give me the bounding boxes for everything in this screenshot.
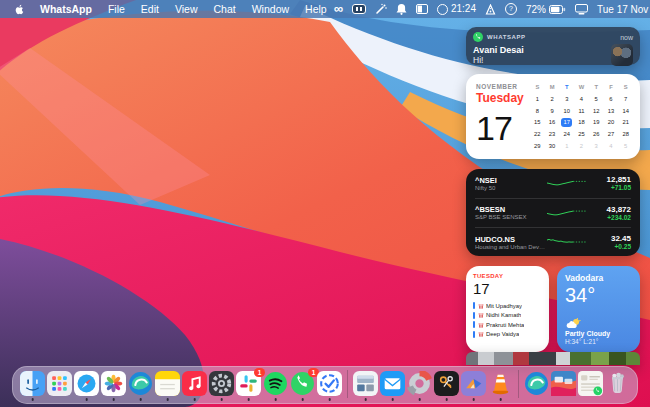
menu-item-chat[interactable]: Chat — [207, 3, 243, 15]
dock-item-daisydisk[interactable] — [407, 371, 432, 396]
dock-item-music[interactable] — [182, 371, 207, 396]
battery-percent: 72% — [526, 4, 546, 15]
dock-item-origami-app[interactable] — [461, 371, 486, 396]
calendar-date-cell: 1 — [561, 142, 572, 151]
timer-status[interactable]: 21:24 — [437, 4, 476, 15]
dock-item-notes[interactable] — [155, 371, 180, 396]
dock-item-photos-folder[interactable] — [353, 371, 378, 396]
calendar-date-cell: 30 — [547, 142, 558, 151]
wand-status-icon[interactable] — [375, 3, 387, 15]
menu-bar: WhatsAppFileEditViewChatWindowHelp ∞ 21:… — [0, 0, 650, 18]
calendar-day-header: T — [591, 83, 602, 92]
dock-item-keychain[interactable] — [434, 371, 459, 396]
event-row[interactable]: Prakruti Mehta — [473, 321, 542, 328]
infinity-status-icon[interactable]: ∞ — [334, 1, 343, 17]
dock-item-trash[interactable] — [605, 371, 630, 396]
split-view-status-icon[interactable] — [416, 4, 428, 14]
timer-ring-icon — [437, 4, 448, 15]
stock-value: 43,872 — [587, 205, 631, 214]
dock-item-system-preferences[interactable] — [209, 371, 234, 396]
dock-item-safari[interactable] — [74, 371, 99, 396]
running-indicator — [364, 398, 367, 401]
notification-message: Hi! — [473, 55, 611, 65]
calendar-date-cell: 21 — [620, 118, 631, 127]
calendar-today-cell: 17 — [561, 118, 572, 127]
calendar-date-cell: 4 — [576, 95, 587, 104]
menu-item-window[interactable]: Window — [245, 3, 296, 15]
whatsapp-icon — [473, 32, 483, 42]
event-color-bar — [473, 312, 475, 319]
photos-icon — [101, 371, 126, 396]
stock-value: 32.45 — [587, 234, 631, 243]
mail-icon — [380, 371, 405, 396]
running-indicator — [499, 398, 502, 401]
dock-item-minimized-window-whatsapp[interactable] — [578, 371, 603, 396]
music-icon — [182, 371, 207, 396]
notes-icon — [155, 371, 180, 396]
notification-app-name: WHATSAPP — [487, 34, 616, 40]
dock-item-ticktick[interactable] — [317, 371, 342, 396]
dock-item-slack[interactable]: 1 — [236, 371, 261, 396]
menu-item-whatsapp[interactable]: WhatsApp — [33, 3, 99, 15]
weather-widget[interactable]: Vadodara 34° Partly Cloudy H:34° L:21° — [557, 266, 640, 352]
event-row[interactable]: Deep Vaidya — [473, 331, 542, 338]
minimized-window-whatsapp-icon — [578, 371, 603, 396]
calendar-date-cell: 15 — [532, 118, 543, 127]
trash-icon — [605, 371, 630, 396]
running-indicator — [31, 398, 34, 401]
battery-status[interactable]: 72% — [526, 4, 566, 15]
dock-item-mail[interactable] — [380, 371, 405, 396]
dock-item-whatsapp[interactable]: 1 — [290, 371, 315, 396]
dock-item-minimized-window-screenshot[interactable] — [551, 371, 576, 396]
event-name: Deep Vaidya — [486, 331, 519, 337]
beacon-status-icon[interactable] — [485, 4, 496, 15]
events-widget[interactable]: TUESDAY 17 Mit UpadhyayNidhi KamathPrakr… — [466, 266, 549, 352]
stock-row[interactable]: HUDCO.NSHousing and Urban Develop...32.4… — [475, 227, 631, 257]
running-indicator — [328, 398, 331, 401]
event-row[interactable]: Mit Upadhyay — [473, 302, 542, 309]
running-indicator — [139, 398, 142, 401]
safari-icon — [74, 371, 99, 396]
apple-menu[interactable] — [8, 3, 31, 16]
dock-item-edge-recent[interactable] — [524, 371, 549, 396]
event-row[interactable]: Nidhi Kamath — [473, 312, 542, 319]
notification-time: now — [620, 34, 633, 41]
menu-item-view[interactable]: View — [168, 3, 205, 15]
calendar-date-cell: 22 — [532, 130, 543, 139]
stock-row[interactable]: ^BSESNS&P BSE SENSEX43,872+234.02 — [475, 198, 631, 228]
dock-item-spotify[interactable] — [263, 371, 288, 396]
dock-item-photos[interactable] — [101, 371, 126, 396]
calendar-day-header: S — [620, 83, 631, 92]
calendar-date-cell: 28 — [620, 130, 631, 139]
whatsapp-notification[interactable]: WHATSAPP now Avani Desai Hi! — [466, 27, 640, 65]
notification-bell-icon[interactable] — [396, 3, 407, 15]
dock-item-finder[interactable] — [20, 371, 45, 396]
stock-symbol: HUDCO.NS — [475, 235, 547, 244]
dock-item-launchpad[interactable] — [47, 371, 72, 396]
stock-row[interactable]: ^NSEINifty 5012,851+71.05 — [475, 169, 631, 198]
calendar-widget[interactable]: NOVEMBER Tuesday 17 SMTWTFS1234567891011… — [466, 74, 640, 159]
screen-mirroring-icon[interactable] — [575, 4, 588, 15]
event-color-bar — [473, 302, 475, 309]
calendar-date-cell: 7 — [620, 95, 631, 104]
magnet-status-icon[interactable] — [352, 4, 366, 14]
running-indicator — [391, 398, 394, 401]
photos-widget-peek[interactable] — [466, 352, 640, 365]
calendar-day-header: S — [532, 83, 543, 92]
partly-cloudy-icon — [565, 318, 581, 329]
stocks-widget[interactable]: ^NSEINifty 5012,851+71.05^BSESNS&P BSE S… — [466, 169, 640, 256]
menu-item-edit[interactable]: Edit — [134, 3, 166, 15]
help-status-icon[interactable]: ? — [505, 3, 517, 15]
calendar-date-cell: 14 — [620, 107, 631, 116]
ticktick-icon — [317, 371, 342, 396]
menu-item-file[interactable]: File — [101, 3, 132, 15]
calendar-date-cell: 13 — [605, 107, 616, 116]
dock-item-vlc[interactable] — [488, 371, 513, 396]
stock-change: +71.05 — [587, 184, 631, 191]
weather-city: Vadodara — [565, 273, 632, 283]
menu-item-help[interactable]: Help — [298, 3, 334, 15]
dock-item-microsoft-edge[interactable] — [128, 371, 153, 396]
menu-bar-clock[interactable]: Tue 17 Nov 2:10 PM — [597, 4, 650, 15]
calendar-date-cell: 25 — [576, 130, 587, 139]
running-indicator — [418, 398, 421, 401]
